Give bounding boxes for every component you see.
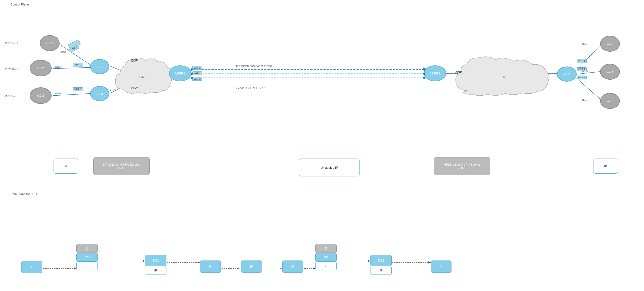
dp-ip-stack2: IP [315,262,337,270]
dot-asbr2-vrf2 [423,73,425,75]
ce3-node[interactable]: CE 3 [30,87,52,104]
data-plane-label: Data Plane for CE 1 [10,192,37,196]
dp-ip-unlabeled: IP [241,260,262,273]
vrf1-tag-pe3: VRF 1 [577,59,587,63]
dp-ip-left: IP [21,261,42,273]
ce4-node[interactable]: CE 4 [600,36,620,52]
dp-ip-unlabeled2: IP [282,260,303,273]
ibgp-label-left-bot: iBGP [131,87,138,90]
dp-stack-1: 11 3311 IP [76,244,98,270]
dp-3311-top: 3311 [76,253,98,262]
ce6-node[interactable]: CE 6 [600,93,620,109]
dp-33: 33 [315,244,337,253]
ce1-node[interactable]: CE 1 [40,35,60,51]
dp-3311-single-top: 3311 [145,255,166,266]
ebgp-label-ce1: eBGP [60,51,66,54]
vrf3-tag-pe3: VRF 3 [577,76,587,79]
dot-asbr1-vrf1 [191,68,193,71]
igp-cloud-left: IGP [113,54,173,99]
svg-marker-19 [74,267,76,270]
dp-3305-single: 3305 IP [370,255,392,275]
asbr1-node[interactable]: ASBR 1 [169,65,191,81]
svg-marker-25 [237,267,239,270]
dp-ip-3311: IP [145,266,166,275]
vpn-site-2: VPN Site 2 [5,67,18,70]
dp-3311-single: 3311 IP [145,255,166,275]
ibgp-label-right: iBGP [455,71,462,74]
pe2-node[interactable]: PE 2 [90,86,109,101]
dot-asbr1-vrf2 [191,73,193,75]
svg-text:IGP: IGP [500,75,506,79]
vrf1-tag-asbr1: VRF 1 [192,66,202,70]
svg-line-13 [577,78,601,100]
vrf3-tag-left: VRF 3 [73,87,83,91]
svg-marker-29 [368,260,370,262]
svg-line-11 [577,44,601,70]
igp-cloud-right: IGP [452,54,553,99]
vrf3-tag-asbr1: VRF 3 [192,77,202,81]
ebgp-label-ce6: eBGP [582,98,588,101]
svg-marker-31 [428,261,431,264]
dot-asbr1-vrf3 [191,77,193,79]
ebgp-label-ce3: eBGP [55,92,62,95]
legend-ip-right: IP [593,159,618,174]
vpn-site-3: VPN Site 3 [5,95,18,98]
dp-3305-single-top: 3305 [370,255,392,266]
pe1-node[interactable]: PE 1 [90,59,109,74]
asbr2-node[interactable]: ASBR 2 [424,65,446,81]
ce2-node[interactable]: CE 2 [30,60,52,76]
vrf1-tag-left: VRF 1 [69,45,79,52]
dot-asbr2-vrf1 [423,68,425,71]
dp-stack-2: 33 3305 IP [315,244,337,270]
legend-mpls-65001: MPLS Layer 3 VPN Service 65001 [93,157,150,175]
svg-text:IGP: IGP [138,75,144,79]
ce5-node[interactable]: CE 5 [600,64,620,80]
annotation-bgp: BGP or OSPF or EIGRP ... [235,87,267,90]
dp-ip-stack1: IP [76,262,98,270]
pe3-node[interactable]: PE 3 [557,66,577,82]
svg-marker-21 [143,260,145,262]
vrf2-tag-left: VRF 2 [73,63,83,66]
legend-mpls-65002: MPLS Layer 3 VPN Service 65002 [434,157,490,175]
control-plane-label: Control Plane [10,3,29,6]
vrf2-tag-asbr1: VRF 2 [192,71,202,75]
vpn-site-1: VPN Site 1 [5,42,18,45]
ebgp-label-ce4: eBGP [582,43,588,45]
dp-ip-mid-left: IP [200,260,221,273]
legend-unlabeled-ip: Unlabeled IP [299,159,360,176]
dp-ip-right: IP [431,260,451,273]
dot-asbr2-vrf3 [423,77,425,79]
diagram-container: Control Plane Data Plane for CE 1 VPN Si… [0,0,644,291]
dp-ip-3305: IP [370,266,392,275]
ebgp-label-ce2: eBGP [55,65,62,68]
svg-line-12 [577,71,601,74]
dp-3305-top: 3305 [315,253,337,262]
ibgp-label-left-top: iBGP [131,59,138,62]
dp-11: 11 [76,244,98,253]
svg-marker-23 [198,261,200,264]
svg-marker-27 [313,267,315,270]
legend-ip-left: IP [54,159,78,174]
ebgp-label-ce5: eBGP [582,70,588,73]
annotation-subinterface: One subinterface for each VRF [235,65,273,68]
